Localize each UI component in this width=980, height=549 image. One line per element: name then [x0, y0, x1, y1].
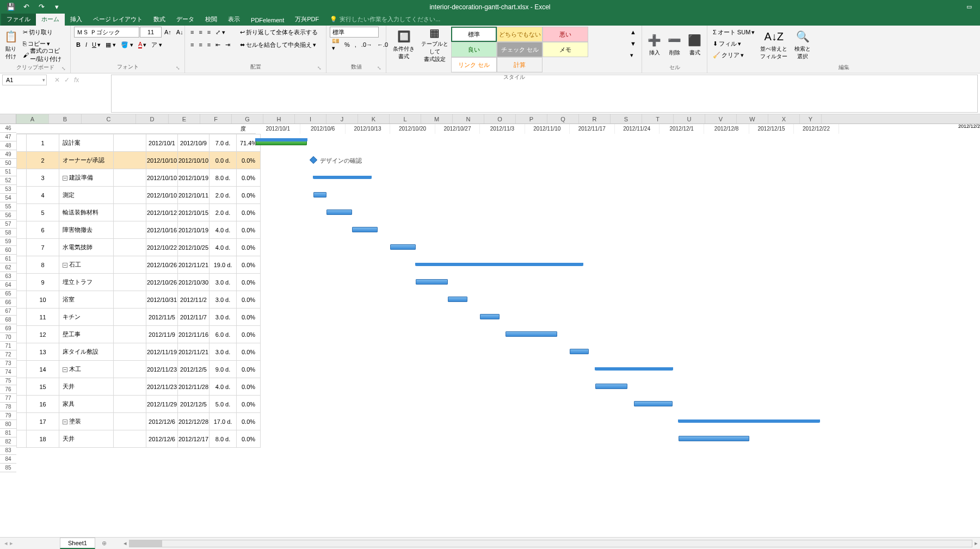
row-header-64[interactable]: 64	[0, 281, 16, 289]
col-header-O[interactable]: O	[484, 114, 516, 124]
cell[interactable]: 0.0%	[237, 152, 261, 169]
row-header-46[interactable]: 46	[0, 124, 16, 133]
cell[interactable]: 2012/11/5	[146, 309, 178, 326]
redo-icon[interactable]: ↷	[35, 1, 48, 13]
col-header-U[interactable]: U	[674, 114, 705, 124]
table-row[interactable]: 16家具2012/11/292012/12/55.0 d.0.0%	[17, 396, 261, 413]
cell[interactable]	[114, 274, 146, 291]
cell[interactable]: 2012/11/28	[178, 378, 209, 396]
row-header-78[interactable]: 78	[0, 403, 16, 411]
col-header-V[interactable]: V	[705, 114, 737, 124]
gantt-summary-bar[interactable]	[595, 367, 672, 371]
col-header-G[interactable]: G	[232, 114, 263, 124]
col-header-A[interactable]: A	[16, 114, 49, 124]
gantt-summary-bar[interactable]	[679, 420, 819, 423]
cell[interactable]: 埋立トラフ	[59, 274, 114, 291]
tab-layout[interactable]: ページ レイアウト	[88, 13, 148, 26]
cell[interactable]: 0.0%	[237, 256, 261, 274]
qat-customize-icon[interactable]: ▾	[50, 1, 63, 13]
col-header-W[interactable]: W	[737, 114, 768, 124]
table-row[interactable]: 18天井2012/12/62012/12/178.0 d.0.0%	[17, 430, 261, 448]
cell[interactable]: 3.0 d.	[209, 309, 237, 326]
col-header-N[interactable]: N	[453, 114, 484, 124]
cell[interactable]: 7.0 d.	[209, 134, 237, 152]
table-row[interactable]: 9埋立トラフ2012/10/262012/10/303.0 d.0.0%	[17, 274, 261, 291]
cell[interactable]: 2012/11/16	[178, 326, 209, 343]
cell[interactable]: 0.0%	[237, 309, 261, 326]
cell[interactable]	[17, 274, 27, 291]
cell[interactable]: 2012/10/25	[178, 239, 209, 256]
cell[interactable]: キチン	[59, 309, 114, 326]
align-center-button[interactable]: ≡	[196, 39, 204, 50]
table-row[interactable]: 14−木工2012/11/232012/12/59.0 d.0.0%	[17, 361, 261, 378]
cell[interactable]: 輸送装飾材料	[59, 204, 114, 221]
row-header-84[interactable]: 84	[0, 455, 16, 464]
cell[interactable]: 4.0 d.	[209, 221, 237, 239]
row-header-59[interactable]: 59	[0, 237, 16, 246]
cell[interactable]: 4.0 d.	[209, 378, 237, 396]
cell[interactable]: 0.0%	[237, 326, 261, 343]
col-header-I[interactable]: I	[295, 114, 326, 124]
cut-button[interactable]: ✂ 切り取り	[21, 27, 67, 38]
cell[interactable]: 16	[27, 396, 59, 413]
table-row[interactable]: 17−塗装2012/12/62012/12/2817.0 d.0.0%	[17, 413, 261, 430]
row-header-69[interactable]: 69	[0, 324, 16, 333]
cell[interactable]	[114, 152, 146, 169]
currency-button[interactable]: 💴▾	[330, 39, 342, 50]
gantt-task-bar[interactable]	[506, 331, 557, 337]
style-item[interactable]: どちらでもない	[497, 27, 543, 42]
col-header-R[interactable]: R	[579, 114, 611, 124]
row-header-51[interactable]: 51	[0, 168, 16, 176]
paste-button[interactable]: 📋 貼り付け	[3, 27, 19, 63]
cell[interactable]: 3.0 d.	[209, 343, 237, 361]
cell[interactable]: 11	[27, 309, 59, 326]
styles-more-icon[interactable]: ▾	[628, 50, 638, 60]
cell[interactable]: −木工	[59, 361, 114, 378]
style-item[interactable]: メモ	[543, 42, 588, 57]
cell[interactable]: 2012/12/17	[178, 430, 209, 448]
gantt-task-bar[interactable]	[448, 297, 467, 302]
cell[interactable]: 9.0 d.	[209, 361, 237, 378]
tab-data[interactable]: データ	[171, 13, 200, 26]
tree-toggle-icon[interactable]: −	[63, 263, 67, 268]
row-header-70[interactable]: 70	[0, 333, 16, 342]
cell[interactable]: 17.0 d.	[209, 413, 237, 430]
cell[interactable]	[17, 134, 27, 152]
cell[interactable]	[17, 239, 27, 256]
sheet-tab-sheet1[interactable]: Sheet1	[60, 538, 95, 549]
cell[interactable]: 2012/10/1	[146, 134, 178, 152]
col-header-E[interactable]: E	[169, 114, 200, 124]
style-item[interactable]: 悪い	[543, 27, 588, 42]
row-header-65[interactable]: 65	[0, 289, 16, 298]
table-row[interactable]: 12壁工事2012/11/92012/11/166.0 d.0.0%	[17, 326, 261, 343]
row-header-81[interactable]: 81	[0, 429, 16, 437]
cell[interactable]: 2012/11/23	[146, 378, 178, 396]
cell[interactable]	[114, 204, 146, 221]
table-row[interactable]: 3−建設準備2012/10/102012/10/198.0 d.0.0%	[17, 169, 261, 187]
cell[interactable]: 6.0 d.	[209, 326, 237, 343]
tree-toggle-icon[interactable]: −	[63, 420, 67, 424]
row-header-53[interactable]: 53	[0, 185, 16, 194]
tell-me[interactable]: 💡 実行したい作業を入力してください...	[324, 13, 446, 26]
row-header-79[interactable]: 79	[0, 411, 16, 420]
namebox-dropdown-icon[interactable]: ▾	[42, 77, 45, 83]
cell[interactable]	[17, 187, 27, 204]
table-row[interactable]: 10浴室2012/10/312012/11/23.0 d.0.0%	[17, 291, 261, 309]
cell[interactable]: 0.0%	[237, 396, 261, 413]
tab-pdfelement[interactable]: PDFelement	[245, 15, 289, 26]
gantt-summary-bar[interactable]	[313, 176, 371, 179]
wrap-text-button[interactable]: ↩ 折り返して全体を表示する	[238, 27, 320, 38]
clipboard-dialog-icon[interactable]: ⤡	[61, 66, 66, 71]
cell[interactable]	[17, 343, 27, 361]
cell[interactable]	[17, 256, 27, 274]
style-item[interactable]: 標準	[451, 27, 497, 42]
gantt-task-bar[interactable]	[416, 279, 448, 285]
row-header-58[interactable]: 58	[0, 229, 16, 237]
insert-cells-button[interactable]: ➕ 挿入	[645, 27, 663, 63]
col-header-Y[interactable]: Y	[800, 114, 822, 124]
cell[interactable]: 2012/10/26	[146, 274, 178, 291]
merge-center-button[interactable]: ⬌ セルを結合して中央揃え ▾	[238, 39, 320, 50]
clear-button[interactable]: 🧹 クリア ▾	[711, 50, 757, 60]
cell[interactable]	[17, 378, 27, 396]
delete-cells-button[interactable]: ➖ 削除	[665, 27, 683, 63]
